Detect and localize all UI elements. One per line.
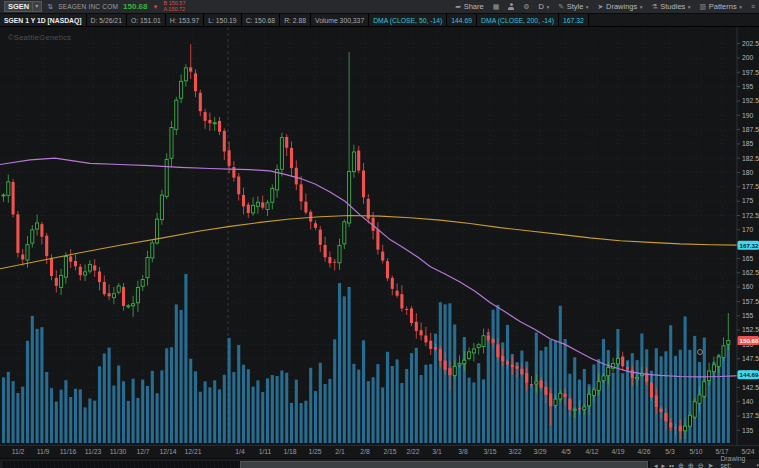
chevron-down-icon: ▾ [547,4,550,10]
svg-text:197.5: 197.5 [742,69,759,76]
drawing-set-selector[interactable]: Drawing set: Default [720,455,752,468]
settings-button[interactable]: ⚙ [523,3,529,10]
svg-text:182.5: 182.5 [742,155,759,162]
last-price: 150.68 [123,2,147,11]
chevron-down-icon: ▾ [640,4,643,10]
svg-text:187.5: 187.5 [742,126,759,133]
svg-text:142.5: 142.5 [742,384,759,391]
grid-view-button[interactable]: ▦ [493,3,500,10]
svg-text:155: 155 [742,312,754,319]
account-button[interactable] [508,3,514,10]
date-tick-label: 3/29 [533,448,546,455]
svg-text:185: 185 [742,140,754,147]
chevron-down-icon: ▾ [586,4,589,10]
date-tick-label: 4/12 [585,448,598,455]
svg-text:135: 135 [742,427,754,434]
share-button[interactable]: ➦ Share [455,2,483,11]
study-dma200-label[interactable]: DMA (CLOSE, 200, -14) [477,14,559,26]
drawings-menu[interactable]: ➤ Drawings ▾ [598,2,643,11]
price-chart-canvas[interactable]: 135137.5140142.5145147.5150152.5155157.5… [0,27,759,445]
pan-right-icon[interactable]: ▸ [662,462,666,468]
date-tick-label: 1/11 [259,448,272,455]
footer-controls: ◂ ▸ •• ⊕ ⊕ ⊖ ➤ Drawing set: Default ▾ [654,459,759,468]
dots-icon[interactable]: •• [669,462,674,468]
patterns-menu[interactable]: ▥ Patterns ▾ [700,2,742,11]
chart-header-row: SGEN 1 Y 1D [NASDAQ] D: 5/26/21O: 151.01… [0,14,759,27]
date-tick-label: 3/8 [458,448,467,455]
trading-platform-window: SGEN ▾ ⇅ SEAGEN INC COM 150.68 ▼ B 150.5… [0,0,759,468]
style-menu[interactable]: ✎ Style ▾ [558,2,588,11]
date-tick-label: 2/8 [360,448,369,455]
top-toolbar: SGEN ▾ ⇅ SEAGEN INC COM 150.68 ▼ B 150.5… [0,0,759,14]
ohlc-field: R: 2.88 [280,14,311,26]
svg-text:167.32: 167.32 [740,242,759,249]
svg-text:137.5: 137.5 [742,412,759,419]
style-label: Style [567,2,584,11]
date-tick-label: 3/1 [432,448,441,455]
aggregation-dropdown[interactable]: D ▾ [539,2,550,11]
svg-text:165: 165 [742,255,754,262]
symbol-text: SGEN [8,2,29,11]
menu-button[interactable]: ≡ [751,3,755,10]
ohlc-field: C: 150.68 [242,14,280,26]
person-icon [508,3,514,10]
date-tick-label: 4/26 [637,448,650,455]
chart-area[interactable]: 135137.5140142.5145147.5150152.5155157.5… [0,27,759,445]
date-tick-label: 5/24 [741,448,754,455]
date-tick-label: 5/10 [689,448,702,455]
flask-icon: ⚗ [652,3,658,10]
date-tick-label: 1/4 [235,448,244,455]
chevron-down-icon[interactable]: ▾ [32,2,38,11]
svg-text:175: 175 [742,197,754,204]
date-tick-label: 12/7 [136,448,149,455]
pan-left-icon[interactable]: ◂ [654,462,658,468]
date-tick-label: 4/5 [561,448,570,455]
study-dma50-label[interactable]: DMA (CLOSE, 50, -14) [369,14,447,26]
date-tick-label: 3/15 [483,448,496,455]
gear-icon: ⚙ [523,3,529,10]
ohlc-field: O: 151.01 [127,14,166,26]
share-label: Share [464,2,484,11]
link-symbol-icon[interactable]: ⇅ [47,3,53,10]
date-tick-label: 2/1 [335,448,344,455]
date-tick-label: 5/17 [715,448,728,455]
hamburger-icon: ≡ [751,3,755,10]
time-slider-bar: ◂ ▸ •• ⊕ ⊕ ⊖ ➤ Drawing set: Default ▾ [0,458,759,468]
zoom-out-icon[interactable]: ⊖ [698,462,704,468]
svg-text:147.5: 147.5 [742,355,759,362]
studies-label: Studies [660,2,685,11]
studies-menu[interactable]: ⚗ Studies ▾ [652,2,691,11]
cursor-icon: ➤ [598,3,604,10]
svg-text:172.5: 172.5 [742,212,759,219]
ohlc-field: H: 153.97 [166,14,204,26]
date-tick-label: 2/15 [383,448,396,455]
svg-text:202.5: 202.5 [742,40,759,47]
svg-text:144.69: 144.69 [740,371,759,378]
date-tick-label: 11/2 [12,448,25,455]
svg-text:162.5: 162.5 [742,269,759,276]
toolbar-right-group: ➦ Share ▦ ⚙ D ▾ ✎ Style ▾ ➤ [455,2,755,11]
symbol-input[interactable]: SGEN ▾ [4,1,42,12]
price-down-arrow-icon: ▼ [153,4,159,10]
date-tick-label: 4/19 [611,448,624,455]
date-tick-label: 1/18 [283,448,296,455]
date-tick-label: 1/25 [308,448,321,455]
patterns-label: Patterns [709,2,737,11]
ohlc-field: D: 5/26/21 [87,14,127,26]
chart-title: SGEN 1 Y 1D [NASDAQ] [0,14,87,26]
bid-ask: B 150.57 A 150.72 [163,1,185,13]
fit-view-icon[interactable]: ⊕ [678,462,684,468]
time-slider-thumb[interactable] [240,461,648,468]
date-tick-label: 11/23 [85,448,102,455]
style-brush-icon: ✎ [558,3,564,10]
zoom-in-icon[interactable]: ⊕ [688,462,694,468]
date-tick-label: 5/3 [665,448,674,455]
svg-text:140: 140 [742,398,754,405]
cursor-mode-icon[interactable]: ➤ [708,462,714,468]
date-axis: 11/211/911/1611/2311/3012/712/1412/211/4… [0,445,759,458]
chevron-down-icon: ▾ [688,4,691,10]
date-tick-label: 12/21 [184,448,201,455]
ask-value: A 150.72 [163,7,185,13]
study-dma200-value: 167.32 [559,14,589,26]
svg-text:200: 200 [742,54,754,61]
